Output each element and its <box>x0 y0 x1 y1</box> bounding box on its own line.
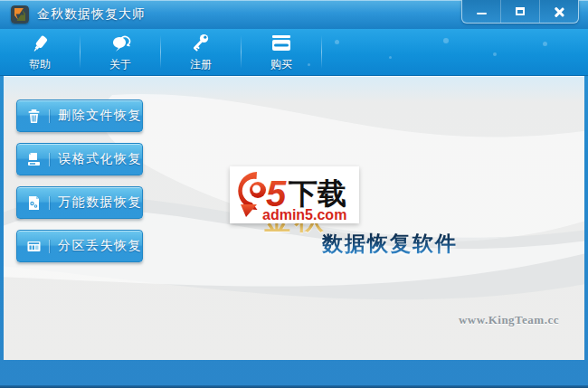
toolbar-item-buy[interactable]: 购买 <box>242 29 321 75</box>
app-logo-icon <box>11 5 29 24</box>
window-title: 金秋数据恢复大师 <box>37 6 146 23</box>
sidebar: 删除文件恢复 误格式化恢复 <box>16 99 143 262</box>
website-label: www.KingTeam.cc <box>459 313 559 327</box>
toolbar-item-label: 关于 <box>109 57 131 72</box>
minimize-button[interactable] <box>462 0 500 23</box>
sidebar-item-label: 万能数据恢复 <box>58 194 142 211</box>
partition-icon <box>26 239 42 254</box>
sidebar-item-label: 分区丢失恢复 <box>58 238 142 254</box>
sidebar-item-partition-recovery[interactable]: 分区丢失恢复 <box>16 230 143 262</box>
sidebar-item-deleted-file-recovery[interactable]: 删除文件恢复 <box>16 99 143 132</box>
button-separator <box>49 196 50 210</box>
minimize-icon <box>477 13 487 14</box>
toolbar-item-label: 购买 <box>270 57 292 72</box>
content-area: 删除文件恢复 误格式化恢复 <box>4 76 584 360</box>
window-controls <box>461 0 579 24</box>
toolbar-item-label: 帮助 <box>29 57 51 72</box>
maximize-button[interactable] <box>500 0 539 23</box>
watermark-site-text: admin5.com <box>262 207 346 222</box>
button-separator <box>49 240 50 253</box>
toolbar-item-about[interactable]: 关于 <box>81 29 160 75</box>
close-button[interactable] <box>539 0 578 23</box>
a5-logo-icon: 5 下载 admin5.com <box>230 166 359 223</box>
titlebar[interactable]: 金秋数据恢复大师 <box>0 0 588 29</box>
toolbar: 帮助 关于 <box>0 29 588 76</box>
key-icon <box>190 33 212 54</box>
format-disk-icon <box>26 152 42 167</box>
maximize-icon <box>516 7 525 15</box>
sidebar-item-label: 删除文件恢复 <box>58 108 142 124</box>
sidebar-item-label: 误格式化恢复 <box>58 151 142 167</box>
sidebar-item-universal-recovery[interactable]: 万能数据恢复 <box>16 186 143 219</box>
trash-icon <box>26 109 42 124</box>
watermark-download-text: 下载 <box>288 177 346 210</box>
chat-bubbles-icon <box>109 33 132 54</box>
tagline: 数据恢复软件 <box>322 230 458 258</box>
app-window: 金秋数据恢复大师 <box>0 0 588 388</box>
a5-watermark: 5 下载 admin5.com <box>230 166 359 223</box>
toolbar-item-register[interactable]: 注册 <box>161 29 241 75</box>
bank-card-icon <box>270 33 293 54</box>
universal-recovery-icon <box>26 195 42 211</box>
toolbar-item-label: 注册 <box>190 57 212 72</box>
toolbar-item-help[interactable]: 帮助 <box>0 29 80 75</box>
button-separator <box>49 153 50 166</box>
close-icon <box>554 6 564 17</box>
sidebar-item-format-recovery[interactable]: 误格式化恢复 <box>16 143 143 175</box>
toolbar-divider <box>321 35 322 69</box>
pen-icon <box>29 33 51 54</box>
button-separator <box>49 109 50 123</box>
